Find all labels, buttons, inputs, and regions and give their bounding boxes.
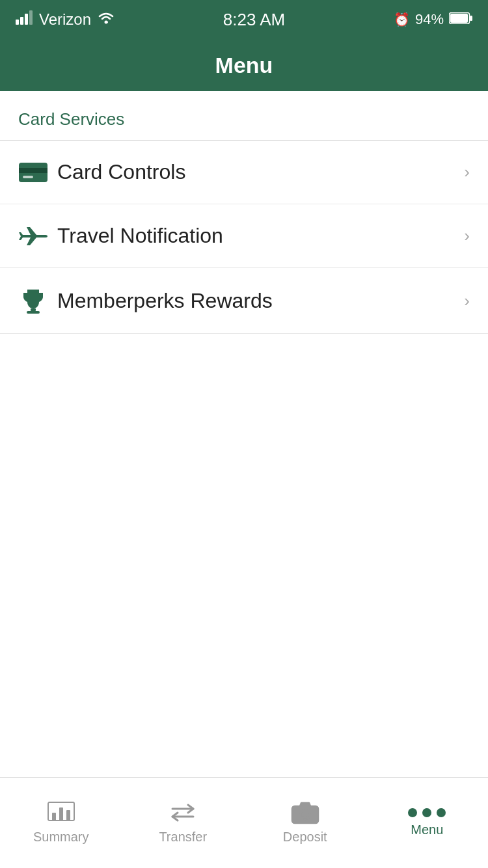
menu-item-memberperks-rewards[interactable]: Memberperks Rewards › — [0, 268, 488, 334]
camera-icon — [291, 801, 319, 824]
tab-menu-label: Menu — [411, 822, 443, 837]
dots-icon — [408, 808, 446, 817]
menu-item-travel-notification[interactable]: Travel Notification › — [0, 204, 488, 268]
svg-rect-9 — [19, 168, 47, 173]
tab-bar: Summary Transfer Deposit — [0, 777, 488, 868]
status-right: ⏰ 94% — [394, 11, 472, 28]
tab-deposit-label: Deposit — [283, 830, 327, 845]
svg-rect-7 — [470, 16, 472, 21]
battery-icon — [449, 11, 472, 28]
credit-card-icon — [18, 161, 57, 184]
dot-3 — [437, 808, 446, 817]
status-left: Verizon — [16, 10, 115, 29]
travel-notification-chevron: › — [464, 226, 470, 246]
memberperks-rewards-chevron: › — [464, 291, 470, 311]
travel-notification-label: Travel Notification — [57, 224, 457, 248]
battery-percentage: 94% — [415, 11, 444, 28]
airplane-icon — [18, 224, 57, 248]
svg-point-19 — [303, 813, 307, 817]
tab-transfer-label: Transfer — [159, 830, 207, 845]
signal-icon — [16, 10, 33, 29]
svg-rect-6 — [450, 14, 468, 23]
svg-rect-12 — [27, 311, 40, 314]
svg-point-4 — [105, 21, 108, 24]
status-time: 8:23 AM — [223, 10, 285, 30]
svg-rect-15 — [59, 807, 63, 821]
carrier-text: Verizon — [39, 10, 91, 29]
tab-summary[interactable]: Summary — [0, 801, 122, 845]
dot-2 — [422, 808, 431, 817]
bar-chart-icon — [47, 801, 75, 824]
section-label: Card Services — [0, 91, 488, 140]
card-controls-label: Card Controls — [57, 160, 457, 184]
svg-rect-11 — [31, 308, 36, 311]
dot-1 — [408, 808, 417, 817]
tab-summary-label: Summary — [33, 830, 89, 845]
header-title: Menu — [215, 53, 273, 78]
svg-rect-0 — [16, 20, 19, 25]
status-bar: Verizon 8:23 AM ⏰ 94% — [0, 0, 488, 39]
transfer-icon — [169, 801, 197, 824]
trophy-icon — [18, 288, 57, 314]
svg-rect-1 — [20, 17, 23, 25]
svg-rect-14 — [52, 813, 56, 821]
tab-deposit[interactable]: Deposit — [244, 801, 366, 845]
card-controls-chevron: › — [464, 162, 470, 182]
svg-rect-3 — [29, 10, 33, 25]
alarm-icon: ⏰ — [394, 12, 410, 27]
main-content: Card Services Card Controls › Travel Not… — [0, 91, 488, 777]
tab-transfer[interactable]: Transfer — [122, 801, 245, 845]
app-header: Menu — [0, 39, 488, 91]
menu-item-card-controls[interactable]: Card Controls › — [0, 141, 488, 204]
svg-rect-16 — [66, 810, 70, 821]
svg-rect-2 — [25, 14, 28, 25]
memberperks-rewards-label: Memberperks Rewards — [57, 289, 457, 313]
svg-rect-10 — [23, 176, 33, 178]
tab-menu[interactable]: Menu — [366, 808, 489, 837]
wifi-icon — [98, 10, 115, 29]
